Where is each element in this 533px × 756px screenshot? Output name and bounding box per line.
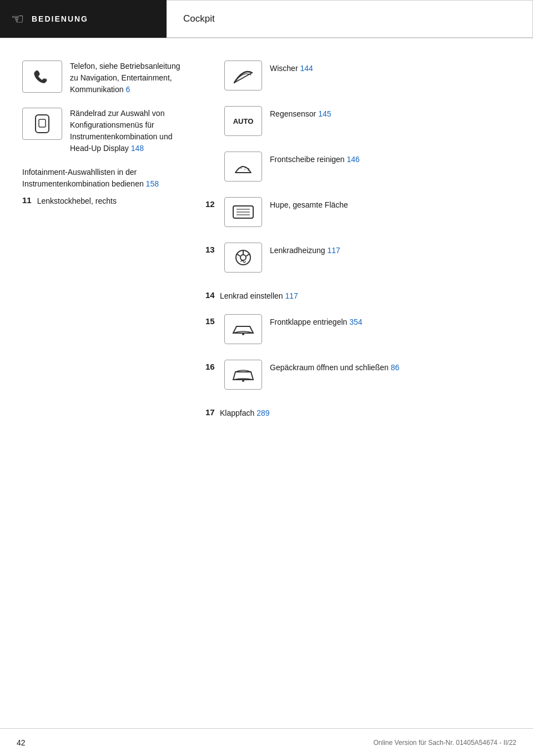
list-item-11: 11 Lenkstockhebel, rechts	[22, 195, 189, 207]
trunk-icon	[224, 360, 262, 390]
right-column: Wischer 144 AUTO Regensensor 145	[189, 61, 516, 431]
page-footer: 42 Online Version für Sach-Nr. 01405A546…	[0, 728, 533, 756]
steering-wheel-heat-icon	[224, 243, 262, 273]
svg-rect-0	[36, 115, 49, 133]
list-item-frontklappe: 15 Frontklappe entriegeln 354	[205, 314, 516, 344]
scroll-text: Rändelrad zur Auswahl von Konfigurations…	[70, 108, 189, 154]
frontscheibe-text: Frontscheibe reinigen 146	[270, 154, 360, 165]
item-number-17: 17	[205, 407, 217, 417]
frontklappe-text: Frontklappe entriegeln 354	[270, 316, 363, 328]
hand-icon: ☜	[11, 11, 24, 28]
item-number-13: 13	[205, 245, 217, 254]
auto-icon: AUTO	[224, 106, 262, 136]
left-column: Telefon, siehe Betriebsanleitung zu Navi…	[22, 61, 189, 431]
item-number-16: 16	[205, 362, 217, 371]
front-hatch-icon	[224, 314, 262, 344]
phone-text: Telefon, siehe Betriebsanleitung zu Navi…	[70, 61, 189, 95]
page-title: Cockpit	[183, 13, 215, 24]
svg-line-5	[245, 167, 245, 170]
regensensor-text: Regensensor 145	[270, 108, 331, 120]
list-item-frontscheibe: Frontscheibe reinigen 146	[205, 152, 516, 182]
list-item-gepaeckraum: 16 Gepäckraum öffnen und schließen 86	[205, 360, 516, 390]
infotainment-text: Infotainment-Auswahllisten in der Instru…	[22, 167, 189, 190]
phone-icon	[22, 61, 62, 93]
svg-point-16	[242, 333, 244, 335]
list-item: Infotainment-Auswahllisten in der Instru…	[22, 167, 189, 190]
section-header: ☜ BEDIENUNG	[0, 0, 167, 38]
page-number: 42	[17, 738, 26, 747]
item-11-text: Lenkstockhebel, rechts	[37, 195, 189, 207]
list-item-lenkradheizung: 13 Lenkradheizung 117	[205, 243, 516, 273]
wiper-icon	[224, 61, 262, 90]
item-number-12: 12	[205, 199, 217, 209]
list-item-wischer: Wischer 144	[205, 61, 516, 90]
item-number-15: 15	[205, 316, 217, 326]
scroll-wheel-icon	[22, 108, 62, 140]
list-item-klappfach: 17 Klappfach 289	[205, 405, 516, 419]
horn-icon	[224, 197, 262, 227]
hupe-text: Hupe, gesamte Fläche	[270, 199, 348, 211]
list-item: Rändelrad zur Auswahl von Konfigurations…	[22, 108, 189, 154]
item-number-11: 11	[22, 195, 32, 205]
main-content: Telefon, siehe Betriebsanleitung zu Navi…	[0, 38, 533, 465]
lenkrad-text: Lenkrad einstellen 117	[220, 290, 298, 302]
svg-point-12	[240, 255, 246, 260]
frontscreen-clean-icon	[224, 152, 262, 182]
page-header: ☜ BEDIENUNG Cockpit	[0, 0, 533, 38]
svg-point-17	[242, 380, 244, 382]
klappfach-text: Klappfach 289	[220, 407, 270, 419]
list-item-lenkrad: 14 Lenkrad einstellen 117	[205, 288, 516, 302]
page-title-area: Cockpit	[167, 0, 533, 38]
version-text: Online Version für Sach-Nr. 01405A54674 …	[374, 739, 517, 747]
lenkradheizung-text: Lenkradheizung 117	[270, 245, 340, 256]
list-item-hupe: 12 Hupe, gesamte Fläche	[205, 197, 516, 227]
list-item: Telefon, siehe Betriebsanleitung zu Navi…	[22, 61, 189, 95]
section-title: BEDIENUNG	[32, 14, 88, 23]
wischer-text: Wischer 144	[270, 63, 313, 74]
gepaeckraum-text: Gepäckraum öffnen und schließen 86	[270, 362, 399, 374]
list-item-regensensor: AUTO Regensensor 145	[205, 106, 516, 136]
item-number-14: 14	[205, 290, 217, 300]
svg-rect-1	[39, 119, 46, 127]
